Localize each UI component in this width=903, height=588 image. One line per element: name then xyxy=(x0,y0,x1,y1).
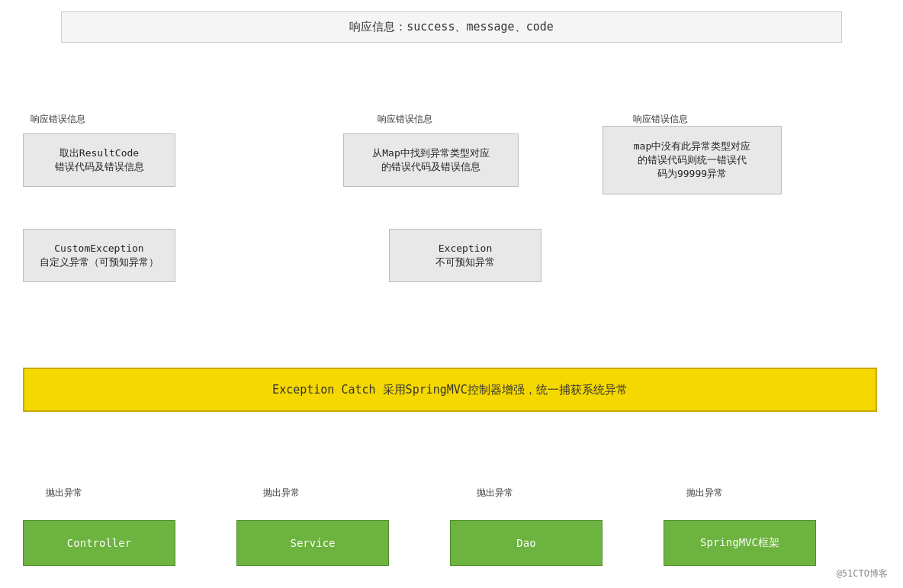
label-throw-4: 抛出异常 xyxy=(686,487,723,500)
exception-catch-box: Exception Catch 采用SpringMVC控制器增强，统一捕获系统异… xyxy=(23,368,877,412)
map-notfound-box: map中没有此异常类型对应的错误代码则统一错误代码为99999异常 xyxy=(603,126,782,194)
label-response-error-1: 响应错误信息 xyxy=(31,113,85,126)
custom-exception-box: CustomException自定义异常（可预知异常） xyxy=(23,229,175,282)
diagram-container: 响应信息：success、message、code 响应错误信息 响应错误信息 … xyxy=(0,0,903,588)
dao-box: Dao xyxy=(450,520,603,566)
service-box: Service xyxy=(236,520,389,566)
springmvc-box: SpringMVC框架 xyxy=(664,520,816,566)
label-throw-3: 抛出异常 xyxy=(477,487,513,500)
label-response-error-2: 响应错误信息 xyxy=(378,113,432,126)
response-box-label: 响应信息：success、message、code xyxy=(349,20,554,34)
exception-box: Exception不可预知异常 xyxy=(389,229,541,282)
response-box: 响应信息：success、message、code xyxy=(61,11,842,43)
map-found-box: 从Map中找到异常类型对应的错误代码及错误信息 xyxy=(343,133,519,187)
label-response-error-3: 响应错误信息 xyxy=(633,113,688,126)
label-throw-1: 抛出异常 xyxy=(46,487,82,500)
label-throw-2: 抛出异常 xyxy=(263,487,300,500)
result-code-box: 取出ResultCode错误代码及错误信息 xyxy=(23,133,175,187)
watermark: @51CTO博客 xyxy=(837,567,888,580)
controller-box: Controller xyxy=(23,520,175,566)
